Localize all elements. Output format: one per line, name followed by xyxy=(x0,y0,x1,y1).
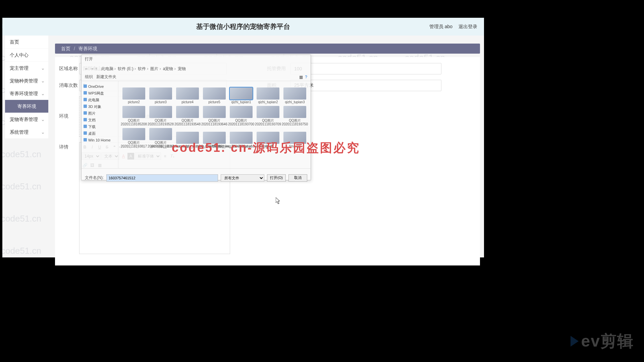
filename-input[interactable] xyxy=(106,174,218,182)
dialog-file-item[interactable]: picture4 xyxy=(175,83,200,104)
fee-input[interactable] xyxy=(290,63,441,74)
admin-label[interactable]: 管理员 abo xyxy=(429,24,452,30)
open-button[interactable]: 打开(O) xyxy=(267,174,286,182)
dialog-file-item[interactable]: QQ图片20201118193548 xyxy=(175,105,200,126)
dialog-file-item[interactable]: QQ图片20201118193700 xyxy=(228,105,254,126)
sidebar-item-personal[interactable]: 个人中心 xyxy=(5,49,48,61)
dialog-nav-item[interactable]: 此电脑 xyxy=(83,97,117,103)
breadcrumb-current: 寄养环境 xyxy=(78,46,97,51)
sidebar-item-owner-mgmt[interactable]: 宠主管理 xyxy=(5,62,48,74)
area-label: 区域名称 xyxy=(59,66,79,72)
dialog-file-item[interactable]: picture5 xyxy=(202,83,227,104)
logout-button[interactable]: 退出登录 xyxy=(459,24,477,30)
dialog-file-item[interactable]: QQ图片20201118193646 xyxy=(202,105,227,126)
sidebar: 首页 个人中心 宠主管理 宠物种类管理 寄养环境管理 寄养环境 宠物寄养管理 系… xyxy=(2,36,51,257)
dialog-file-item[interactable]: QQ图片20201118185208 xyxy=(121,105,147,126)
dialog-nav-item[interactable]: Win 10 Home xyxy=(83,137,117,143)
dialog-file-item[interactable]: qizhi_tupian3 xyxy=(282,83,308,104)
organize-button[interactable]: 组织 xyxy=(85,74,93,79)
dialog-file-item[interactable]: qizhi_tupian2 xyxy=(255,83,281,104)
dialog-nav-item[interactable]: 桌面 xyxy=(83,130,117,137)
dialog-file-item[interactable]: qizhi_tupian1 xyxy=(228,83,254,104)
dialog-path[interactable]: ← → ↑ 此电脑 软件 (E:) 软件 图片 a宠物 宠物 xyxy=(82,64,311,73)
sidebar-item-pet-foster-mgmt[interactable]: 宠物寄养管理 xyxy=(5,113,48,126)
file-open-dialog: 打开 ← → ↑ 此电脑 软件 (E:) 软件 图片 a宠物 宠物 组织 新建文… xyxy=(81,55,311,180)
dialog-nav-item[interactable]: 文档 xyxy=(83,117,117,123)
brand-logo: ev剪辑 xyxy=(571,330,634,352)
dialog-file-item[interactable]: picture2 xyxy=(121,83,147,104)
disinfect-label: 消毒次数 xyxy=(59,82,79,88)
dialog-file-item[interactable]: QQ图片20201118193817 xyxy=(121,127,147,148)
dialog-file-item[interactable]: QQ图片20201118193709 xyxy=(255,105,281,126)
dialog-nav-item[interactable]: 3D 对象 xyxy=(83,103,117,110)
breadcrumb-root[interactable]: 首页 xyxy=(61,46,70,51)
play-icon xyxy=(571,336,579,347)
dialog-nav-item[interactable]: 下载 xyxy=(83,123,117,130)
dialog-nav-item[interactable]: 图片 xyxy=(83,110,117,117)
dialog-file-item[interactable]: picture3 xyxy=(148,83,173,104)
dialog-file-item[interactable]: timg (2) xyxy=(282,127,308,148)
sidebar-item-system-mgmt[interactable]: 系统管理 xyxy=(5,126,48,138)
app-header: 基于微信小程序的宠物寄养平台 管理员 abo 退出登录 xyxy=(2,18,484,36)
size-input[interactable] xyxy=(290,80,441,91)
sidebar-item-env-mgmt[interactable]: 寄养环境管理 xyxy=(5,87,48,100)
detail-label: 详情 xyxy=(59,142,79,150)
env-label: 环境 xyxy=(59,97,79,119)
dialog-file-item[interactable]: src=http__img.0.cn.image.pocworks_40_2 xyxy=(228,127,254,148)
dialog-file-item[interactable]: QQ图片20201118193750 xyxy=(282,105,308,126)
sidebar-item-pet-type-mgmt[interactable]: 宠物种类管理 xyxy=(5,74,48,87)
page-title: 基于微信小程序的宠物寄养平台 xyxy=(196,22,290,31)
dialog-nav: OneDriveWPS网盘此电脑3D 对象图片文档下载桌面Win 10 Home xyxy=(82,81,118,168)
breadcrumb: 首页 / 寄养环境 xyxy=(55,44,480,54)
dialog-nav-item[interactable]: WPS网盘 xyxy=(83,90,117,97)
dialog-nav-item[interactable]: OneDrive xyxy=(83,83,117,90)
view-icon[interactable]: ▦ xyxy=(299,75,303,79)
filename-label: 文件名(N): xyxy=(85,175,104,181)
sidebar-item-home[interactable]: 首页 xyxy=(5,36,48,48)
dialog-file-grid: picture2picture3picture4picture5qizhi_tu… xyxy=(118,81,311,168)
cancel-button[interactable]: 取消 xyxy=(288,174,307,182)
dialog-file-item[interactable]: timg (1) xyxy=(255,127,281,148)
sidebar-item-env-active[interactable]: 寄养环境 xyxy=(5,100,48,113)
help-icon[interactable]: ? xyxy=(305,75,307,79)
dialog-title: 打开 xyxy=(82,55,311,64)
new-folder-button[interactable]: 新建文件夹 xyxy=(96,74,116,79)
dialog-file-item[interactable]: QQ图片20201118193528 xyxy=(148,105,173,126)
file-filter-select[interactable]: 所有文件 xyxy=(221,174,264,182)
